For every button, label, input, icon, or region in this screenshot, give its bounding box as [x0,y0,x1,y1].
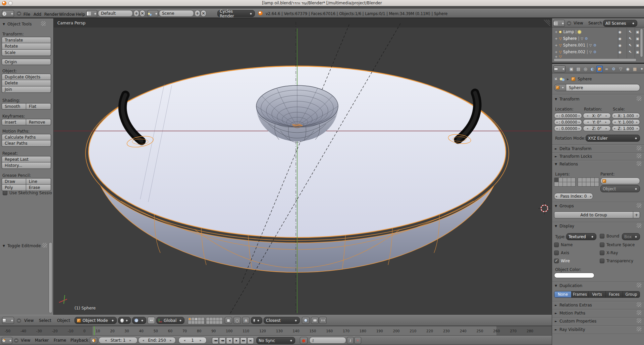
grease-draw-button[interactable]: Draw [2,178,26,185]
transform-locks-panel-header[interactable]: ► Transform Locks [555,154,592,159]
rotation-x-field[interactable]: ◂X: 0°▸ [583,113,611,119]
menu-add[interactable]: Add [32,11,43,18]
interaction-mode-select[interactable]: Object Mode [74,317,117,324]
tab-render-layers[interactable]: ▤ [575,66,582,72]
breadcrumb-object-name[interactable]: Sphere [578,77,592,81]
visibility-eye-icon[interactable]: ◉ [619,37,622,41]
object-layers-grid-2[interactable] [578,178,599,187]
previous-keyframe-button[interactable]: ◀◀ [219,337,226,344]
use-preview-range-button[interactable] [90,337,97,344]
tab-particles[interactable]: ✦ [639,66,644,72]
editor-type-button[interactable]: i [2,10,14,17]
collapse-menus-button[interactable]: − [14,338,18,343]
join-button[interactable]: Join [2,86,51,93]
motion-paths-panel-header[interactable]: ► Motion Paths [555,311,585,316]
outliner-filter-select[interactable]: All Scenes [603,20,637,27]
visibility-eye-icon[interactable]: ◉ [619,44,622,47]
object-name[interactable]: Sphere.001 [563,43,585,48]
display-type-select[interactable]: Textured [566,233,596,240]
display-name-checkbox[interactable] [554,243,559,247]
ray-visibility-panel-header[interactable]: ► Ray Visibility [555,327,585,332]
history-button[interactable]: History... [2,162,51,169]
tab-material[interactable]: ◉ [625,66,631,72]
relations-panel-header[interactable]: ▼ Relations [555,162,578,166]
play-button[interactable]: ▶ [233,337,240,344]
tab-modifiers[interactable]: ⚙ [610,66,617,72]
timeline-menu-view[interactable]: View [19,337,32,344]
editor-type-button[interactable] [2,317,14,324]
outliner-row-partial[interactable]: + ▽ [552,55,644,58]
outliner-menu-search[interactable]: Search [587,20,603,26]
render-animation-button[interactable] [319,317,327,324]
snap-toggle-button[interactable]: ∩ [242,317,250,324]
object-name[interactable]: Lamp [563,29,574,34]
toggle-editmode-panel-header[interactable]: ▼ Toggle Editmode [3,244,41,248]
tool-shelf-scrollbar[interactable] [49,242,52,313]
expander-icon[interactable]: + [555,30,557,34]
grease-poly-button[interactable]: Poly [2,185,26,191]
timeline-menu-frame[interactable]: Frame [52,337,67,344]
scale-y-field[interactable]: ◂Y: 1.000▸ [612,119,640,125]
jump-to-end-button[interactable]: ▶| [247,337,254,344]
texture-space-checkbox[interactable] [600,243,604,247]
renderability-camera-icon[interactable]: ▣ [636,50,639,54]
location-z-field[interactable]: ◂: 0.00000▸ [554,126,582,131]
scale-z-field[interactable]: ◂Z: 1.000▸ [612,126,640,131]
editor-type-button[interactable] [553,65,566,72]
scale-button[interactable]: Scale [2,50,51,56]
parent-type-select[interactable]: Object [600,185,640,192]
tab-object[interactable] [596,66,603,72]
wire-checkbox[interactable] [554,259,559,263]
frame-start-field[interactable]: ◂Start: 1▸ [99,337,138,344]
transform-orientation-select[interactable]: Global [156,317,184,324]
custom-properties-panel-header[interactable]: ► Custom Properties [555,319,596,324]
duplication-frames-button[interactable]: Frames [572,291,589,297]
tab-texture[interactable]: ▦ [632,66,638,72]
object-color-swatch[interactable] [554,273,594,278]
layers-grid-2[interactable] [206,317,223,324]
collapse-menus-button[interactable]: − [17,11,21,16]
sync-mode-select[interactable]: No Sync [256,337,295,344]
expander-icon[interactable]: + [555,44,557,47]
current-frame-field[interactable]: ◂1▸ [178,337,207,344]
delta-transform-panel-header[interactable]: ► Delta Transform [555,146,591,151]
add-group-plus-button[interactable]: + [633,211,640,218]
object-tools-panel-header[interactable]: ▼ Object Tools [3,22,32,26]
groups-panel-header[interactable]: ▼ Groups [555,204,574,208]
renderability-camera-icon[interactable]: ▣ [636,44,639,47]
visibility-eye-icon[interactable]: ◉ [619,50,622,54]
snap-target-select[interactable]: Closest [264,317,300,324]
duplication-faces-button[interactable]: Faces [606,291,623,297]
expander-icon[interactable]: + [555,55,557,58]
3d-viewport[interactable]: Camera Persp (1) Sphere [54,18,552,315]
delete-scene-button[interactable]: ✕ [201,10,206,17]
screen-layout-field[interactable]: Default [98,10,133,17]
id-type-button[interactable] [554,84,566,91]
display-panel-header[interactable]: ▼ Display [555,224,574,228]
tab-scene[interactable]: ◎ [582,66,589,72]
tab-world[interactable]: ◐ [589,66,596,72]
repeat-last-button[interactable]: Repeat Last [2,156,51,162]
selectability-cursor-icon[interactable]: ↖ [629,30,632,34]
manipulator-toggle-button[interactable]: ↔ [148,317,155,324]
snap-element-select[interactable] [251,317,262,324]
visibility-eye-icon[interactable]: ◉ [619,30,622,34]
relations-extras-panel-header[interactable]: ► Relations Extras [555,303,592,307]
rotation-y-field[interactable]: ◂Y: 0°▸ [583,119,611,125]
menu-file[interactable]: File [22,11,32,18]
location-y-field[interactable]: ◂: 0.00000▸ [554,119,582,125]
insert-keyframe-button[interactable]: Insert [2,119,26,125]
outliner-horizontal-scrollbar[interactable] [553,58,637,62]
keying-set-field[interactable]: ⚷ [309,337,346,344]
xray-checkbox[interactable] [600,251,604,255]
viewport-shading-select[interactable] [118,317,131,324]
clear-paths-button[interactable]: Clear Paths [2,140,51,147]
collapse-menus-button[interactable]: − [17,319,21,323]
rotation-z-field[interactable]: ◂Z: 0°▸ [583,126,611,131]
rotation-mode-select[interactable]: XYZ Euler [586,135,640,142]
render-engine-select[interactable]: Cycles Render [217,10,255,17]
pass-index-field[interactable]: ◂Pass Index: 0▸ [554,193,593,200]
outliner-row-sphere-002[interactable]: + ▽ Sphere.002 | ▽ ⚙ ◉ ↖ ▣ [552,49,644,55]
duplication-verts-button[interactable]: Verts [589,291,606,297]
translate-button[interactable]: Translate [2,37,51,43]
